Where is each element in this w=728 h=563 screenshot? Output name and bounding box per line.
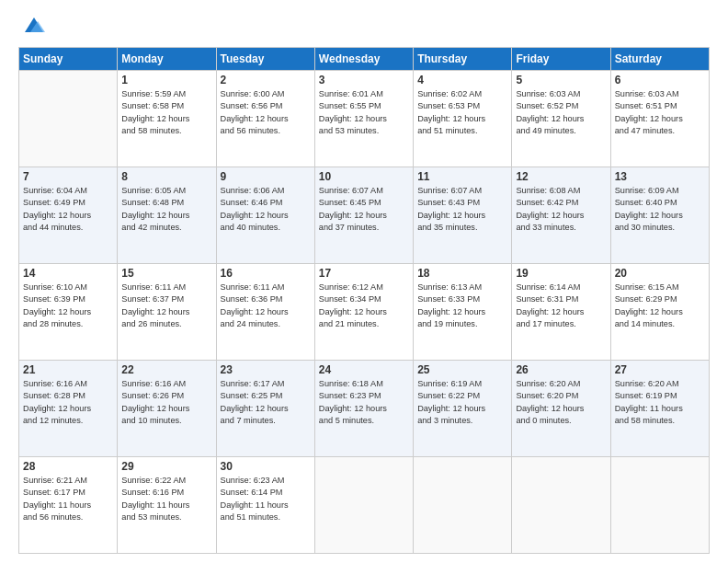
day-number: 21 (23, 363, 113, 376)
calendar-cell: 10Sunrise: 6:07 AMSunset: 6:45 PMDayligh… (314, 167, 413, 264)
cell-content: Sunrise: 6:14 AMSunset: 6:31 PMDaylight:… (516, 282, 606, 330)
calendar-cell: 8Sunrise: 6:05 AMSunset: 6:48 PMDaylight… (118, 167, 216, 264)
calendar-day-header: Tuesday (216, 48, 314, 71)
calendar-day-header: Sunday (19, 48, 118, 71)
cell-content: Sunrise: 6:20 AMSunset: 6:19 PMDaylight:… (615, 378, 705, 427)
cell-content: Sunrise: 6:09 AMSunset: 6:40 PMDaylight:… (615, 185, 705, 234)
cell-content: Sunrise: 6:06 AMSunset: 6:46 PMDaylight:… (221, 185, 311, 234)
cell-content: Sunrise: 6:20 AMSunset: 6:20 PMDaylight:… (516, 378, 606, 427)
day-number: 29 (121, 460, 211, 473)
calendar-cell: 28Sunrise: 6:21 AMSunset: 6:17 PMDayligh… (19, 457, 118, 554)
calendar-table: SundayMondayTuesdayWednesdayThursdayFrid… (18, 47, 710, 554)
header (18, 17, 710, 38)
calendar-day-header: Friday (512, 48, 610, 71)
day-number: 12 (516, 170, 606, 183)
day-number: 14 (23, 267, 113, 280)
cell-content: Sunrise: 6:17 AMSunset: 6:25 PMDaylight:… (221, 378, 311, 427)
calendar-cell: 13Sunrise: 6:09 AMSunset: 6:40 PMDayligh… (610, 167, 709, 264)
calendar-cell: 24Sunrise: 6:18 AMSunset: 6:23 PMDayligh… (314, 361, 413, 457)
cell-content: Sunrise: 6:16 AMSunset: 6:26 PMDaylight:… (121, 378, 211, 427)
calendar-cell: 23Sunrise: 6:17 AMSunset: 6:25 PMDayligh… (216, 361, 314, 457)
day-number: 6 (615, 74, 705, 86)
calendar-cell: 22Sunrise: 6:16 AMSunset: 6:26 PMDayligh… (118, 361, 216, 457)
day-number: 15 (121, 267, 211, 280)
calendar-week-row: 1Sunrise: 5:59 AMSunset: 6:58 PMDaylight… (19, 71, 710, 167)
cell-content: Sunrise: 6:19 AMSunset: 6:22 PMDaylight:… (417, 378, 507, 427)
calendar-cell: 27Sunrise: 6:20 AMSunset: 6:19 PMDayligh… (610, 361, 709, 457)
day-number: 28 (23, 460, 113, 473)
cell-content: Sunrise: 6:12 AMSunset: 6:34 PMDaylight:… (319, 282, 409, 330)
calendar-cell: 18Sunrise: 6:13 AMSunset: 6:33 PMDayligh… (414, 264, 512, 361)
cell-content: Sunrise: 5:59 AMSunset: 6:58 PMDaylight:… (121, 88, 211, 137)
calendar-cell: 9Sunrise: 6:06 AMSunset: 6:46 PMDaylight… (216, 167, 314, 264)
calendar-cell (512, 457, 610, 554)
cell-content: Sunrise: 6:05 AMSunset: 6:48 PMDaylight:… (121, 185, 211, 234)
cell-content: Sunrise: 6:11 AMSunset: 6:37 PMDaylight:… (121, 282, 211, 330)
calendar-day-header: Wednesday (314, 48, 413, 71)
cell-content: Sunrise: 6:18 AMSunset: 6:23 PMDaylight:… (319, 378, 409, 427)
day-number: 17 (319, 267, 409, 280)
cell-content: Sunrise: 6:03 AMSunset: 6:51 PMDaylight:… (615, 88, 705, 137)
calendar-cell: 11Sunrise: 6:07 AMSunset: 6:43 PMDayligh… (414, 167, 512, 264)
cell-content: Sunrise: 6:01 AMSunset: 6:55 PMDaylight:… (319, 88, 409, 137)
calendar-week-row: 21Sunrise: 6:16 AMSunset: 6:28 PMDayligh… (19, 361, 710, 457)
calendar-cell: 3Sunrise: 6:01 AMSunset: 6:55 PMDaylight… (314, 71, 413, 167)
day-number: 3 (319, 74, 409, 86)
calendar-cell: 16Sunrise: 6:11 AMSunset: 6:36 PMDayligh… (216, 264, 314, 361)
calendar-cell: 19Sunrise: 6:14 AMSunset: 6:31 PMDayligh… (512, 264, 610, 361)
day-number: 4 (417, 74, 507, 86)
calendar-cell: 5Sunrise: 6:03 AMSunset: 6:52 PMDaylight… (512, 71, 610, 167)
day-number: 13 (615, 170, 705, 183)
day-number: 2 (221, 74, 311, 86)
calendar-cell: 4Sunrise: 6:02 AMSunset: 6:53 PMDaylight… (414, 71, 512, 167)
day-number: 26 (516, 363, 606, 376)
cell-content: Sunrise: 6:08 AMSunset: 6:42 PMDaylight:… (516, 185, 606, 234)
cell-content: Sunrise: 6:03 AMSunset: 6:52 PMDaylight:… (516, 88, 606, 137)
cell-content: Sunrise: 6:07 AMSunset: 6:45 PMDaylight:… (319, 185, 409, 234)
calendar-cell: 17Sunrise: 6:12 AMSunset: 6:34 PMDayligh… (314, 264, 413, 361)
day-number: 9 (221, 170, 311, 183)
cell-content: Sunrise: 6:16 AMSunset: 6:28 PMDaylight:… (23, 378, 113, 427)
day-number: 11 (417, 170, 507, 183)
calendar-cell: 14Sunrise: 6:10 AMSunset: 6:39 PMDayligh… (19, 264, 118, 361)
cell-content: Sunrise: 6:10 AMSunset: 6:39 PMDaylight:… (23, 282, 113, 330)
calendar-cell (414, 457, 512, 554)
day-number: 23 (221, 363, 311, 376)
cell-content: Sunrise: 6:13 AMSunset: 6:33 PMDaylight:… (417, 282, 507, 330)
calendar-cell: 1Sunrise: 5:59 AMSunset: 6:58 PMDaylight… (118, 71, 216, 167)
calendar-day-header: Thursday (414, 48, 512, 71)
page: SundayMondayTuesdayWednesdayThursdayFrid… (0, 0, 728, 563)
day-number: 5 (516, 74, 606, 86)
cell-content: Sunrise: 6:02 AMSunset: 6:53 PMDaylight:… (417, 88, 507, 137)
cell-content: Sunrise: 6:21 AMSunset: 6:17 PMDaylight:… (23, 475, 113, 523)
calendar-cell: 25Sunrise: 6:19 AMSunset: 6:22 PMDayligh… (414, 361, 512, 457)
day-number: 24 (319, 363, 409, 376)
day-number: 16 (221, 267, 311, 280)
calendar-cell: 30Sunrise: 6:23 AMSunset: 6:14 PMDayligh… (216, 457, 314, 554)
calendar-cell (610, 457, 709, 554)
calendar-week-row: 14Sunrise: 6:10 AMSunset: 6:39 PMDayligh… (19, 264, 710, 361)
cell-content: Sunrise: 6:15 AMSunset: 6:29 PMDaylight:… (615, 282, 705, 330)
day-number: 8 (121, 170, 211, 183)
calendar-cell: 21Sunrise: 6:16 AMSunset: 6:28 PMDayligh… (19, 361, 118, 457)
calendar-cell (19, 71, 118, 167)
calendar-header-row: SundayMondayTuesdayWednesdayThursdayFrid… (19, 48, 710, 71)
cell-content: Sunrise: 6:22 AMSunset: 6:16 PMDaylight:… (121, 475, 211, 523)
day-number: 30 (221, 460, 311, 473)
day-number: 19 (516, 267, 606, 280)
calendar-cell: 6Sunrise: 6:03 AMSunset: 6:51 PMDaylight… (610, 71, 709, 167)
day-number: 20 (615, 267, 705, 280)
logo (18, 17, 47, 38)
cell-content: Sunrise: 6:07 AMSunset: 6:43 PMDaylight:… (417, 185, 507, 234)
calendar-cell: 20Sunrise: 6:15 AMSunset: 6:29 PMDayligh… (610, 264, 709, 361)
cell-content: Sunrise: 6:23 AMSunset: 6:14 PMDaylight:… (221, 475, 311, 523)
day-number: 25 (417, 363, 507, 376)
day-number: 18 (417, 267, 507, 280)
day-number: 27 (615, 363, 705, 376)
calendar-day-header: Monday (118, 48, 216, 71)
calendar-week-row: 7Sunrise: 6:04 AMSunset: 6:49 PMDaylight… (19, 167, 710, 264)
calendar-day-header: Saturday (610, 48, 709, 71)
day-number: 10 (319, 170, 409, 183)
day-number: 1 (121, 74, 211, 86)
cell-content: Sunrise: 6:04 AMSunset: 6:49 PMDaylight:… (23, 185, 113, 234)
